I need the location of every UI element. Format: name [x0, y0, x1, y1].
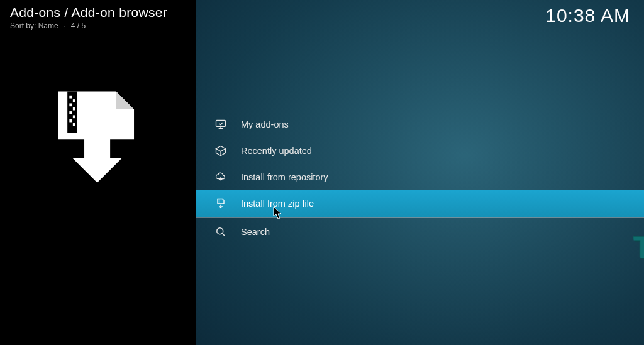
position-counter: 4 / 5 — [71, 21, 86, 30]
svg-rect-2 — [73, 99, 75, 102]
monitor-icon — [214, 118, 227, 131]
menu-item-label: Install from repository — [241, 172, 328, 182]
svg-rect-1 — [69, 96, 72, 99]
svg-rect-6 — [73, 115, 75, 118]
svg-rect-3 — [69, 103, 72, 106]
menu-item-my-addons[interactable]: My add-ons — [196, 111, 644, 138]
svg-rect-7 — [69, 119, 72, 123]
menu-item-install-repository[interactable]: Install from repository — [196, 164, 644, 190]
zip-file-large-icon — [47, 85, 146, 185]
menu-item-recently-updated[interactable]: Recently updated — [196, 138, 644, 164]
menu-item-label: Recently updated — [241, 146, 312, 156]
menu-separator — [196, 217, 644, 218]
cloud-download-icon — [214, 171, 227, 183]
box-open-icon — [214, 145, 227, 157]
svg-rect-4 — [73, 107, 75, 111]
clock: 10:38 AM — [545, 5, 630, 26]
search-icon — [214, 226, 227, 238]
sort-status: Sort by: Name · 4 / 5 — [10, 21, 167, 30]
menu-item-search[interactable]: Search — [196, 219, 644, 245]
svg-point-11 — [217, 228, 223, 234]
sidebar-panel: Add-ons / Add-on browser Sort by: Name ·… — [0, 0, 196, 345]
svg-rect-8 — [73, 123, 75, 126]
menu-item-label: Install from zip file — [241, 199, 314, 209]
svg-rect-10 — [216, 120, 226, 126]
header: Add-ons / Add-on browser Sort by: Name ·… — [10, 5, 167, 30]
addon-browser-menu: My add-ons Recently updated Install from… — [196, 111, 644, 245]
svg-rect-5 — [69, 111, 72, 114]
svg-rect-9 — [84, 132, 110, 160]
sort-value: Name — [38, 21, 58, 30]
menu-item-install-zip[interactable]: Install from zip file — [196, 190, 644, 217]
breadcrumb: Add-ons / Add-on browser — [10, 5, 167, 20]
svg-rect-0 — [67, 91, 77, 133]
content-panel: 10:38 AM My add-ons Recently updated Ins… — [196, 0, 644, 345]
menu-item-label: Search — [241, 227, 270, 237]
sort-prefix: Sort by: — [10, 21, 36, 30]
zip-download-icon — [214, 197, 227, 210]
menu-item-label: My add-ons — [241, 119, 289, 129]
separator-dot: · — [64, 21, 65, 30]
